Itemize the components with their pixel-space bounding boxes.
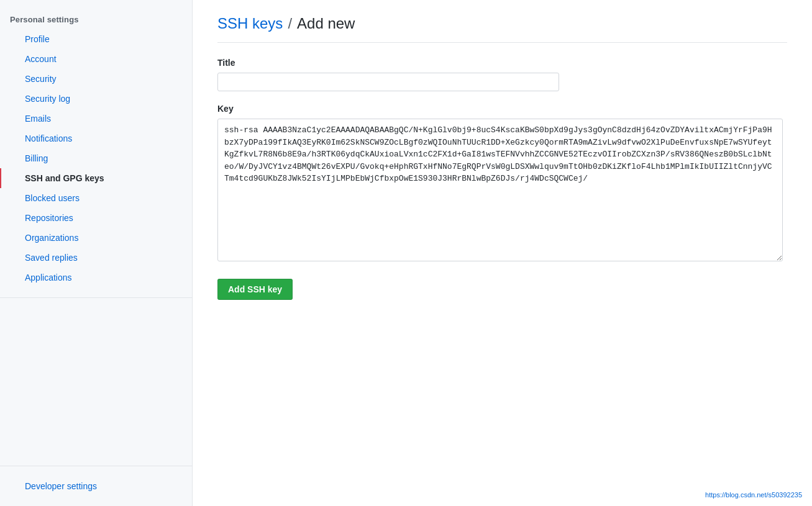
sidebar: Personal settings ProfileAccountSecurity… (0, 0, 193, 506)
sidebar-item-organizations[interactable]: Organizations (0, 228, 192, 248)
sidebar-item-emails[interactable]: Emails (0, 109, 192, 129)
title-field-group: Title (217, 58, 787, 91)
breadcrumb-link[interactable]: SSH keys (217, 15, 283, 32)
sidebar-item-account[interactable]: Account (0, 49, 192, 69)
page-header: SSH keys / Add new (217, 15, 787, 32)
key-textarea[interactable] (217, 119, 783, 261)
sidebar-divider (0, 297, 192, 298)
header-divider (217, 42, 787, 43)
sidebar-item-security-log[interactable]: Security log (0, 89, 192, 109)
add-ssh-key-button[interactable]: Add SSH key (217, 279, 293, 300)
key-label: Key (217, 104, 787, 114)
title-input[interactable] (217, 73, 559, 91)
sidebar-item-developer[interactable]: Developer settings (0, 476, 192, 496)
sidebar-item-security[interactable]: Security (0, 69, 192, 89)
sidebar-item-blocked-users[interactable]: Blocked users (0, 188, 192, 208)
main-content: SSH keys / Add new Title Key Add SSH key (193, 0, 812, 506)
watermark: https://blog.csdn.net/s50392235 (705, 491, 802, 499)
breadcrumb-separator: / (288, 15, 292, 32)
title-label: Title (217, 58, 787, 68)
sidebar-item-saved-replies[interactable]: Saved replies (0, 248, 192, 268)
page-title: Add new (297, 15, 355, 32)
sidebar-item-profile[interactable]: Profile (0, 29, 192, 49)
sidebar-developer-section: Developer settings (0, 466, 192, 496)
sidebar-item-repositories[interactable]: Repositories (0, 208, 192, 228)
sidebar-item-billing[interactable]: Billing (0, 148, 192, 168)
sidebar-item-notifications[interactable]: Notifications (0, 129, 192, 148)
sidebar-section-title: Personal settings (0, 10, 192, 29)
sidebar-item-ssh-gpg-keys[interactable]: SSH and GPG keys (0, 168, 192, 188)
sidebar-item-applications[interactable]: Applications (0, 268, 192, 287)
key-field-group: Key (217, 104, 787, 261)
